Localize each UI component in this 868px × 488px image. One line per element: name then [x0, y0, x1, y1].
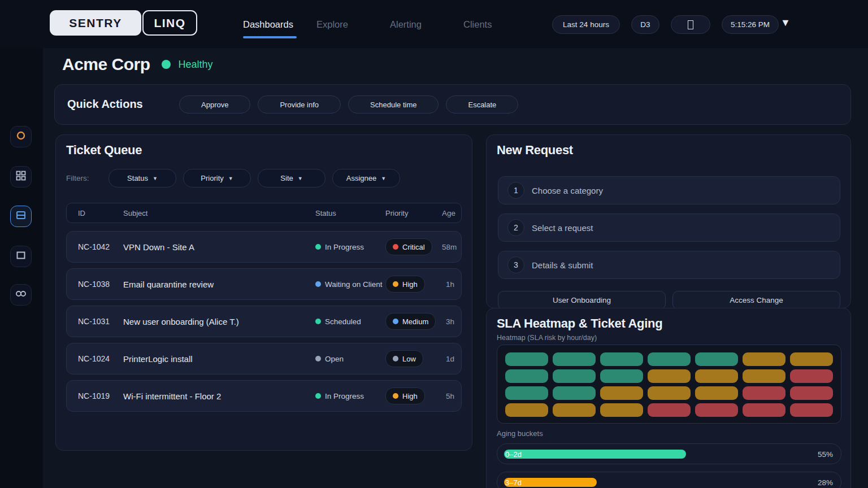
sidebar-item-apps-grid[interactable] — [10, 166, 32, 188]
priority-badge: Low — [385, 350, 423, 367]
filter-label: Status — [127, 174, 148, 182]
sidebar-item-automation-loop[interactable] — [10, 284, 32, 306]
escalate-button[interactable]: Escalate — [446, 95, 518, 114]
heatmap-cell-risk — [743, 386, 785, 400]
ticket-row-nc-1024[interactable]: NC-1024PrinterLogic installOpenLow1d — [66, 343, 462, 374]
heatmap-cell-warn — [790, 352, 833, 366]
nav-tab-alerting[interactable]: Alerting — [390, 0, 463, 48]
status-dot-icon — [315, 393, 321, 399]
client-header: Acme Corp Healthy — [62, 55, 213, 74]
ticket-age: 1d — [442, 355, 461, 363]
ticket-id: NC-1038 — [78, 280, 123, 289]
heatmap-cell-ok — [600, 352, 643, 366]
health-status-label: Healthy — [179, 59, 213, 71]
col-header-subject: Subject — [123, 209, 315, 217]
time-range-selector[interactable]: Last 24 hours — [552, 15, 620, 34]
filter-status-dropdown[interactable]: Status▼ — [108, 169, 176, 188]
chevron-down-icon: ▼ — [298, 176, 303, 181]
density-selector[interactable]: D3 — [631, 15, 659, 34]
filter-pills: Status▼Priority▼Site▼Assignee▼ — [108, 169, 407, 188]
heatmap-cell-ok — [505, 369, 548, 383]
sla-heatmap-label: Heatmap (SLA risk by hour/day) — [497, 334, 597, 342]
heatmap-cell-warn — [600, 386, 643, 400]
page-title: Acme Corp — [62, 55, 150, 74]
user-onboarding-button[interactable]: User Onboarding — [498, 291, 666, 310]
filters-label: Filters: — [66, 174, 108, 182]
quick-actions-title: Quick Actions — [67, 98, 143, 111]
clock-display[interactable]: 5:15:26 PM — [722, 15, 779, 34]
filter-assignee-dropdown[interactable]: Assignee▼ — [332, 169, 400, 188]
access-change-button[interactable]: Access Change — [672, 291, 840, 310]
dropdown-caret-icon[interactable]: ▼ — [780, 17, 791, 29]
step-number-badge: 3 — [507, 256, 524, 273]
status-dot-icon — [315, 244, 321, 250]
ticket-queue-panel: Ticket Queue Filters: Status▼Priority▼Si… — [55, 134, 472, 451]
ticket-priority-cell: Medium — [385, 313, 442, 330]
ticket-subject: Email quarantine review — [123, 280, 315, 289]
ticket-row-nc-1019[interactable]: NC-1019Wi-Fi intermittent - Floor 2In Pr… — [66, 380, 462, 412]
heatmap-cell-ok — [648, 352, 691, 366]
priority-label: Medium — [402, 317, 428, 326]
heatmap-cell-warn — [743, 369, 785, 383]
aging-bucket-label: 3–7d — [505, 478, 522, 486]
heatmap-cell-warn — [505, 403, 548, 417]
status-label: In Progress — [325, 392, 364, 400]
schedule-time-button[interactable]: Schedule time — [348, 95, 439, 114]
sidebar-item-ticket-list[interactable] — [10, 206, 32, 227]
ticket-filters: Filters: Status▼Priority▼Site▼Assignee▼ — [66, 169, 407, 188]
status-label: Open — [325, 355, 344, 363]
icon-pill-button[interactable] — [671, 15, 710, 34]
aging-bucket-3-7d: 3–7d28% — [497, 472, 841, 488]
ticket-age: 5h — [442, 392, 461, 400]
request-step-2[interactable]: 2Select a request — [498, 213, 840, 242]
aging-bar — [504, 450, 686, 459]
heatmap-cell-ok — [553, 386, 596, 400]
request-step-3[interactable]: 3Details & submit — [498, 251, 840, 279]
ticket-row-nc-1038[interactable]: NC-1038Email quarantine reviewWaiting on… — [66, 268, 462, 300]
sidebar-item-status-ring[interactable] — [10, 126, 32, 147]
nav-tab-clients[interactable]: Clients — [463, 0, 537, 48]
col-header-status: Status — [315, 209, 385, 217]
ticket-status: Waiting on Client — [315, 280, 385, 289]
ticket-subject: PrinterLogic install — [123, 354, 315, 364]
panel-view-icon — [15, 250, 27, 263]
aging-bucket-percent: 28% — [818, 478, 833, 486]
main-nav: DashboardsExploreAlertingClients — [243, 0, 537, 48]
request-step-1[interactable]: 1Choose a category — [498, 176, 840, 204]
ticket-priority-cell: Critical — [385, 238, 442, 255]
ticket-priority-cell: High — [385, 387, 442, 404]
heatmap-cell-warn — [695, 369, 738, 383]
filter-site-dropdown[interactable]: Site▼ — [258, 169, 326, 188]
heatmap-cell-warn — [743, 352, 785, 366]
nav-tab-dashboards[interactable]: Dashboards — [243, 0, 316, 48]
sla-title: SLA Heatmap & Ticket Aging — [497, 316, 662, 331]
apps-grid-icon — [15, 170, 27, 184]
priority-badge: Medium — [385, 313, 436, 330]
table-header-row: ID Subject Status Priority Age — [66, 203, 462, 223]
heatmap-cell-risk — [695, 403, 738, 417]
col-header-priority: Priority — [385, 209, 442, 217]
approve-button[interactable]: Approve — [179, 95, 250, 114]
ticket-priority-cell: Low — [385, 350, 442, 367]
topbar: SENTRY LINQ DashboardsExploreAlertingCli… — [0, 0, 868, 48]
ticket-row-nc-1042[interactable]: NC-1042VPN Down - Site AIn ProgressCriti… — [66, 231, 462, 263]
new-request-title: New Request — [497, 143, 573, 158]
main-content: Acme Corp Healthy Quick Actions ApproveP… — [43, 48, 868, 488]
heatmap-cell-risk — [790, 403, 833, 417]
heatmap-cell-risk — [648, 403, 691, 417]
status-ring-icon — [15, 130, 27, 143]
provide-info-button[interactable]: Provide info — [258, 95, 341, 114]
ticket-priority-cell: High — [385, 276, 442, 293]
step-label: Select a request — [532, 223, 593, 233]
sla-panel: SLA Heatmap & Ticket Aging Heatmap (SLA … — [486, 308, 851, 488]
heatmap-cell-risk — [743, 403, 785, 417]
sidebar-item-panel-view[interactable] — [10, 246, 32, 267]
filter-priority-dropdown[interactable]: Priority▼ — [183, 169, 251, 188]
aging-bucket-percent: 55% — [818, 450, 833, 458]
ticket-row-nc-1031[interactable]: NC-1031New user onboarding (Alice T.)Sch… — [66, 306, 462, 337]
quick-actions-panel: Quick Actions ApproveProvide infoSchedul… — [54, 84, 851, 125]
priority-dot-icon — [393, 393, 398, 399]
nav-tab-explore[interactable]: Explore — [316, 0, 390, 48]
logo-sentry: SENTRY — [50, 10, 141, 36]
status-label: Waiting on Client — [325, 280, 383, 289]
